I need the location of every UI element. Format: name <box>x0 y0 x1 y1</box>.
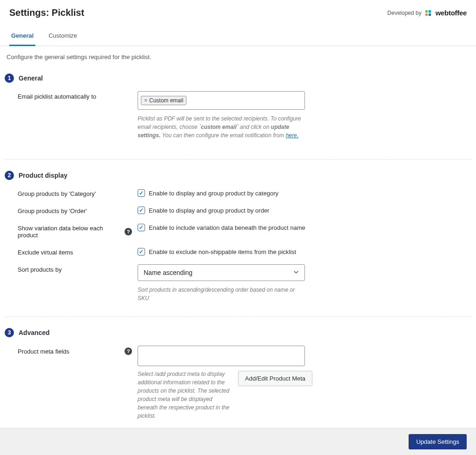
checkbox-variation[interactable] <box>138 224 145 231</box>
page-description: Configure the general settings required … <box>5 54 471 60</box>
checkbox-label-exclude-virtual: Enable to exclude non-shippable items fr… <box>149 248 296 255</box>
svg-rect-1 <box>429 10 431 13</box>
label-email-picklist: Email picklist automatically to <box>18 91 138 100</box>
page-title: Settings: Picklist <box>9 7 84 18</box>
email-helper-text: Picklist as PDF will be sent to the sele… <box>138 114 305 140</box>
section-badge-2: 2 <box>5 171 14 180</box>
product-meta-input[interactable] <box>138 346 305 366</box>
meta-helper-text-visible: Select /add product meta to display addi… <box>138 370 231 420</box>
checkbox-label-group-order: Enable to display and group product by o… <box>149 207 269 214</box>
checkbox-label-variation: Enable to include variation data beneath… <box>149 224 305 231</box>
section-general: 1 General Email picklist automatically t… <box>5 72 471 159</box>
sort-helper-text: Sort products in ascending/descending or… <box>138 286 305 302</box>
email-chip-custom[interactable]: × Custom email <box>141 96 186 105</box>
section-product-display: 2 Product display Group products by 'Cat… <box>5 159 471 316</box>
svg-rect-2 <box>425 13 428 16</box>
tab-bar: General Customize <box>0 27 476 46</box>
add-edit-product-meta-button[interactable]: Add/Edit Product Meta <box>238 371 312 386</box>
section-title-product: Product display <box>19 172 67 179</box>
svg-rect-3 <box>429 13 431 16</box>
label-exclude-virtual: Exclude virtual items <box>18 247 138 256</box>
help-icon[interactable]: ? <box>125 228 132 235</box>
tab-general[interactable]: General <box>9 27 35 46</box>
email-recipients-input[interactable]: × Custom email <box>138 91 305 110</box>
checkbox-exclude-virtual[interactable] <box>138 248 145 255</box>
section-badge-3: 3 <box>5 328 14 337</box>
update-settings-button[interactable]: Update Settings <box>409 434 467 449</box>
label-product-meta: Product meta fields ? <box>18 346 138 355</box>
section-title-advanced: Advanced <box>19 329 50 336</box>
developed-by-text: Developed by <box>387 10 421 16</box>
section-badge-1: 1 <box>5 74 14 83</box>
chip-label: Custom email <box>149 97 183 104</box>
webtoffee-logo <box>424 9 432 17</box>
checkbox-group-category[interactable] <box>138 189 145 197</box>
checkbox-label-group-category: Enable to display and group product by c… <box>149 190 278 197</box>
sort-products-select[interactable]: Name ascending <box>138 264 305 281</box>
label-group-category: Group products by 'Category' <box>18 188 138 197</box>
email-here-link[interactable]: here. <box>286 132 298 139</box>
label-group-order: Group products by 'Order' <box>18 206 138 214</box>
help-icon[interactable]: ? <box>125 348 132 355</box>
remove-chip-icon[interactable]: × <box>144 97 147 104</box>
brand-name: webtoffee <box>436 9 467 17</box>
footer-bar: Update Settings <box>0 428 476 455</box>
label-sort-products: Sort products by <box>18 264 138 273</box>
select-value: Name ascending <box>144 269 192 276</box>
section-title-general: General <box>19 74 43 82</box>
checkbox-group-order[interactable] <box>138 207 145 214</box>
svg-rect-0 <box>425 10 428 13</box>
chevron-down-icon <box>293 269 299 276</box>
tab-customize[interactable]: Customize <box>46 27 79 46</box>
brand-attribution: Developed by webtoffee <box>387 9 467 17</box>
label-variation-data: Show variation data below each product ? <box>18 223 138 239</box>
